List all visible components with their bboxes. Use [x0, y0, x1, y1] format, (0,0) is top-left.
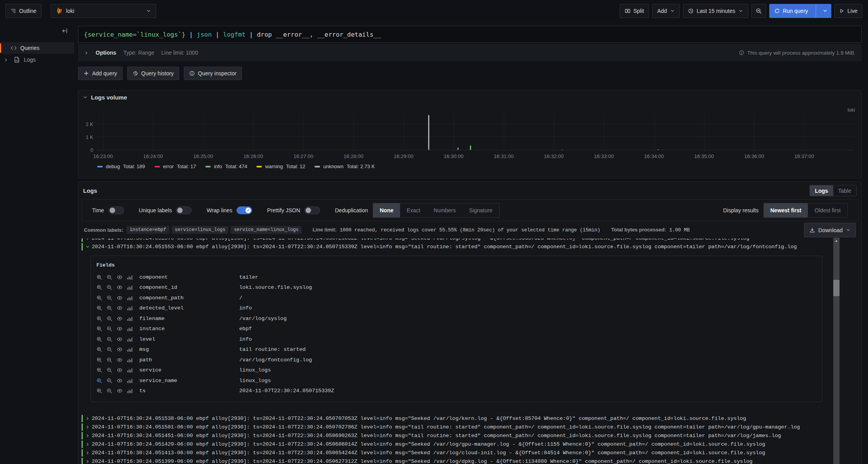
field-stats-icon[interactable] [127, 326, 133, 332]
expand-row-icon[interactable] [85, 451, 90, 455]
expand-row-icon[interactable] [85, 238, 90, 240]
field-stats-icon[interactable] [127, 274, 133, 280]
expand-row-icon[interactable] [85, 459, 90, 464]
log-row[interactable]: 2024-11-07T16:30:24.051451-06:00 ebpf al… [78, 432, 861, 440]
query-options-row[interactable]: Options Type: Range Line limit: 1000 Thi… [78, 44, 862, 61]
filter-for-value-icon[interactable] [96, 336, 102, 342]
log-row[interactable]: 2024-11-07T16:30:24.051553-06:00 ebpf al… [78, 243, 861, 251]
field-stats-icon[interactable] [127, 367, 133, 373]
toggle-field-visibility-icon[interactable] [117, 284, 123, 290]
filter-out-value-icon[interactable] [107, 284, 112, 290]
field-stats-icon[interactable] [127, 336, 133, 342]
filter-for-value-icon[interactable] [96, 357, 102, 363]
filter-for-value-icon[interactable] [96, 367, 102, 373]
legend-item-warning[interactable]: warningTotal: 12 [256, 164, 305, 169]
expand-row-icon[interactable] [85, 425, 90, 429]
field-stats-icon[interactable] [127, 357, 133, 363]
toggle-field-visibility-icon[interactable] [117, 378, 123, 384]
filter-for-value-icon[interactable] [96, 295, 102, 301]
toggle-field-visibility-icon[interactable] [117, 388, 123, 394]
log-row[interactable]: 2024-11-07T16:30:24.051570-06:00 ebpf al… [78, 238, 861, 242]
dedup-option-signature[interactable]: Signature [462, 203, 499, 217]
field-stats-icon[interactable] [127, 388, 133, 394]
outline-button[interactable]: Outline [5, 4, 41, 18]
field-stats-icon[interactable] [127, 284, 133, 290]
filter-out-value-icon[interactable] [107, 326, 112, 332]
view-option-logs[interactable]: Logs [810, 185, 833, 196]
filter-out-value-icon[interactable] [107, 316, 112, 322]
toggle-field-visibility-icon[interactable] [117, 357, 123, 363]
prettify-json-switch[interactable] [304, 206, 320, 214]
filter-for-value-icon[interactable] [96, 274, 102, 280]
query-editor[interactable]: {service_name=`linux_logs`} | json | log… [78, 26, 862, 43]
live-button[interactable]: Live [834, 4, 863, 18]
filter-out-value-icon[interactable] [107, 388, 112, 394]
toggle-field-visibility-icon[interactable] [117, 336, 123, 342]
split-button[interactable]: Split [620, 4, 649, 18]
scrollbar-thumb[interactable] [833, 280, 840, 296]
filter-out-value-icon[interactable] [107, 336, 112, 342]
add-button[interactable]: Add [652, 4, 680, 18]
filter-out-value-icon[interactable] [107, 347, 112, 352]
field-stats-icon[interactable] [127, 347, 133, 352]
display-option-newest-first[interactable]: Newest first [764, 203, 808, 217]
run-query-button[interactable]: Run query [769, 4, 832, 18]
expand-row-icon[interactable] [85, 442, 90, 446]
toggle-field-visibility-icon[interactable] [117, 326, 123, 332]
time-range-picker[interactable]: Last 15 minutes [683, 4, 748, 18]
logs-volume-collapse[interactable]: Logs volume [78, 91, 861, 104]
dedup-option-numbers[interactable]: Numbers [427, 203, 462, 217]
log-row[interactable]: 2024-11-07T16:30:24.051538-06:00 ebpf al… [78, 414, 861, 423]
toggle-field-visibility-icon[interactable] [117, 295, 123, 301]
legend-item-unknown[interactable]: unknownTotal: 2.73 K [315, 164, 375, 169]
toggle-field-visibility-icon[interactable] [117, 305, 123, 311]
add-query-button[interactable]: Add query [78, 67, 123, 80]
legend-item-error[interactable]: errorTotal: 17 [155, 164, 196, 169]
unique-labels-switch[interactable] [176, 206, 192, 214]
dedup-option-exact[interactable]: Exact [400, 203, 427, 217]
run-query-dropdown[interactable] [819, 4, 831, 18]
view-option-table[interactable]: Table [833, 185, 856, 196]
download-button[interactable]: Download [804, 223, 856, 237]
dedup-option-none[interactable]: None [373, 203, 400, 217]
expand-row-icon[interactable] [85, 434, 90, 438]
filter-for-value-icon[interactable] [96, 388, 102, 394]
field-stats-icon[interactable] [127, 305, 133, 311]
toggle-field-visibility-icon[interactable] [117, 367, 123, 373]
legend-item-debug[interactable]: debugTotal: 189 [97, 164, 145, 169]
sidebar-item-logs[interactable]: LOG Logs [0, 54, 74, 66]
filter-for-value-icon[interactable] [96, 316, 102, 322]
filter-for-value-icon[interactable] [96, 347, 102, 352]
filter-out-value-icon[interactable] [107, 305, 112, 311]
filter-out-value-icon[interactable] [107, 295, 112, 301]
run-query-main[interactable]: Run query [770, 4, 813, 18]
filter-for-value-icon[interactable] [96, 378, 102, 384]
filter-out-value-icon[interactable] [107, 367, 112, 373]
zoom-out-time-button[interactable] [751, 4, 766, 18]
toggle-field-visibility-icon[interactable] [117, 347, 123, 352]
scrollbar[interactable] [833, 238, 840, 464]
log-row[interactable]: 2024-11-07T16:30:24.051501-06:00 ebpf al… [78, 423, 861, 431]
field-stats-icon[interactable] [127, 316, 133, 322]
toggle-field-visibility-icon[interactable] [117, 316, 123, 322]
filter-for-value-icon[interactable] [96, 326, 102, 332]
wrap-lines-switch[interactable]: ✓ [237, 206, 252, 214]
field-stats-icon[interactable] [127, 378, 133, 384]
field-stats-icon[interactable] [127, 295, 133, 301]
query-history-button[interactable]: Query history [127, 67, 179, 80]
display-option-oldest-first[interactable]: Oldest first [808, 203, 847, 217]
toggle-field-visibility-icon[interactable] [117, 274, 123, 280]
legend-item-info[interactable]: infoTotal: 474 [205, 164, 247, 169]
query-inspector-button[interactable]: Query inspector [184, 67, 242, 80]
scroll-top-icon[interactable] [834, 239, 838, 243]
collapse-outline-button[interactable] [61, 27, 69, 35]
expand-row-icon[interactable] [85, 416, 90, 421]
collapse-row-icon[interactable] [85, 245, 90, 249]
log-row[interactable]: 2024-11-07T16:30:24.051429-06:00 ebpf al… [78, 440, 861, 448]
filter-for-value-icon[interactable] [96, 284, 102, 290]
log-row[interactable]: 2024-11-07T16:30:24.051399-06:00 ebpf al… [78, 457, 861, 464]
datasource-picker[interactable]: loki [51, 4, 156, 18]
filter-out-value-icon[interactable] [107, 274, 112, 280]
filter-for-value-icon[interactable] [96, 305, 102, 311]
time-switch[interactable] [108, 206, 124, 214]
